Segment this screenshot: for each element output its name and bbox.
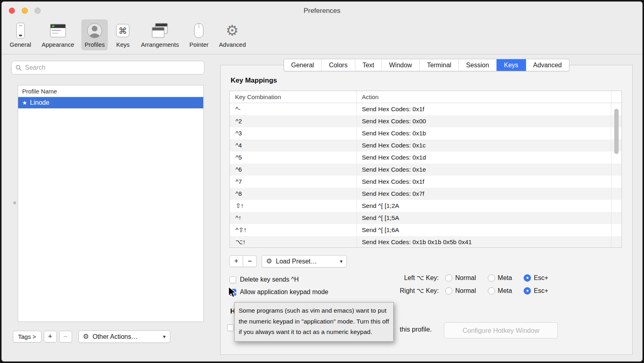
- tags-button[interactable]: Tags >: [13, 331, 41, 342]
- close-button[interactable]: [9, 8, 15, 14]
- key-combination-cell: ^4: [230, 142, 357, 149]
- add-key-mapping-button[interactable]: +: [229, 255, 243, 267]
- key-mapping-row[interactable]: ^4Send Hex Codes: 0x1c: [230, 139, 621, 151]
- toolbar-item-appearance[interactable]: Appearance: [38, 19, 77, 50]
- key-mapping-row[interactable]: ^8Send Hex Codes: 0x7f: [230, 188, 621, 200]
- profile-list: Profile Name ★ Linode: [18, 85, 204, 322]
- toolbar-item-label: Profiles: [85, 41, 105, 48]
- action-column-header: Action: [357, 91, 621, 103]
- load-preset-label: Load Preset…: [276, 258, 317, 265]
- radio-choice-label: Esc+: [534, 274, 548, 282]
- radio-choice-label: Normal: [455, 274, 476, 282]
- tab-general[interactable]: General: [284, 59, 322, 71]
- key-combination-cell: ^8: [230, 190, 357, 197]
- key-combination-cell: ⌥↑: [230, 239, 357, 246]
- action-cell: Send Hex Codes: 0x1c: [357, 139, 621, 151]
- key-mapping-row[interactable]: ^2Send Hex Codes: 0x00: [230, 115, 621, 127]
- search-field[interactable]: [11, 61, 204, 75]
- key-mappings-body: ^-Send Hex Codes: 0x1f^2Send Hex Codes: …: [230, 103, 621, 247]
- svg-text:⚙: ⚙: [226, 22, 239, 39]
- profile-row-linode[interactable]: ★ Linode: [18, 97, 203, 108]
- toolbar-separator: [2, 54, 642, 54]
- action-cell: Send Hex Codes: 0x1d: [357, 151, 621, 164]
- toolbar-item-general[interactable]: General: [6, 19, 34, 50]
- tab-session[interactable]: Session: [459, 59, 497, 71]
- left-option-key-radio-normal[interactable]: Normal: [445, 274, 476, 282]
- radio-unselected-icon[interactable]: [445, 287, 452, 295]
- tab-terminal[interactable]: Terminal: [420, 59, 459, 71]
- key-mapping-row[interactable]: ^↑Send ^[ [1;5A: [230, 212, 621, 224]
- appearance-icon: [49, 21, 67, 40]
- key-mappings-heading: Key Mappings: [231, 77, 277, 85]
- delete-key-sends-checkbox-row[interactable]: Delete key sends ^H: [229, 275, 328, 284]
- radio-unselected-icon[interactable]: [488, 287, 495, 295]
- key-mapping-row[interactable]: ⌥↑Send Hex Codes: 0x1b 0x1b 0x5b 0x41: [230, 236, 621, 247]
- profile-list-controls: Tags > + − ⚙ Other Actions… ▾: [13, 330, 170, 343]
- key-mapping-row[interactable]: ^5Send Hex Codes: 0x1d: [230, 151, 621, 164]
- tab-keys[interactable]: Keys: [497, 59, 526, 71]
- radio-unselected-icon[interactable]: [445, 274, 452, 282]
- key-mapping-row[interactable]: ^-Send Hex Codes: 0x1f: [230, 103, 621, 115]
- right-option-key-label: Right ⌥ Key:: [386, 287, 439, 295]
- toolbar-item-label: Arrangements: [141, 41, 179, 48]
- profile-tab-bar: GeneralColorsTextWindowTerminalSessionKe…: [283, 59, 570, 71]
- toolbar-item-profiles[interactable]: Profiles: [81, 19, 108, 50]
- keypad-mode-tooltip: Some programs (such as vim and emacs) wa…: [234, 302, 394, 342]
- pane-splitter-handle[interactable]: [13, 201, 16, 204]
- tab-colors[interactable]: Colors: [322, 59, 355, 71]
- tab-text[interactable]: Text: [355, 59, 382, 71]
- key-mapping-row[interactable]: ⇧↑Send ^[ [1;2A: [230, 200, 621, 212]
- remove-profile-button[interactable]: −: [59, 331, 72, 342]
- toolbar-item-advanced[interactable]: ⚙Advanced: [216, 19, 249, 50]
- key-options: Delete key sends ^H ✓ Allow application …: [229, 275, 328, 297]
- right-option-key-radio-escplus[interactable]: Esc+: [524, 287, 548, 295]
- action-cell: Send Hex Codes: 0x1b 0x1b 0x5b 0x41: [357, 236, 621, 247]
- table-scrollbar-track[interactable]: [611, 91, 621, 247]
- toolbar-item-label: Appearance: [41, 41, 74, 48]
- add-profile-button[interactable]: +: [44, 331, 57, 342]
- left-option-key-row: Left ⌥ Key:NormalMetaEsc+: [386, 273, 560, 283]
- key-combination-cell: ^-: [230, 106, 357, 113]
- hotkey-checkbox-partial[interactable]: [227, 324, 234, 331]
- minimize-button[interactable]: [22, 8, 28, 14]
- tab-window[interactable]: Window: [382, 59, 420, 71]
- remove-key-mapping-button[interactable]: −: [243, 255, 257, 267]
- checkbox-unchecked-icon[interactable]: [227, 324, 234, 331]
- application-keypad-checkbox-row[interactable]: ✓ Allow application keypad mode: [229, 288, 328, 297]
- other-actions-dropdown[interactable]: ⚙ Other Actions… ▾: [78, 330, 170, 343]
- radio-choice-label: Esc+: [534, 287, 548, 295]
- key-mapping-row[interactable]: ^6Send Hex Codes: 0x1e: [230, 164, 621, 176]
- key-combination-cell: ^5: [230, 154, 357, 161]
- checkbox-unchecked-icon[interactable]: [229, 276, 236, 283]
- zoom-button[interactable]: [35, 8, 41, 14]
- left-option-key-radio-meta[interactable]: Meta: [488, 274, 512, 282]
- key-mapping-row[interactable]: ^⇧↑Send ^[ [1;6A: [230, 224, 621, 236]
- toolbar-item-keys[interactable]: ⌘Keys: [112, 19, 134, 50]
- key-combination-cell: ⇧↑: [230, 202, 357, 210]
- gear-icon: ⚙: [266, 258, 272, 265]
- key-mapping-row[interactable]: ^7Send Hex Codes: 0x1f: [230, 176, 621, 188]
- radio-unselected-icon[interactable]: [488, 274, 495, 282]
- right-option-key-radio-meta[interactable]: Meta: [488, 287, 512, 295]
- option-key-radio-groups: Left ⌥ Key:NormalMetaEsc+ Right ⌥ Key:No…: [386, 273, 560, 296]
- radio-selected-icon[interactable]: [524, 287, 531, 295]
- tab-advanced[interactable]: Advanced: [526, 59, 569, 71]
- action-cell: Send Hex Codes: 0x1f: [357, 103, 621, 115]
- search-icon: [16, 65, 22, 71]
- key-combination-cell: ^7: [230, 178, 357, 185]
- table-scrollbar-thumb[interactable]: [614, 109, 619, 154]
- action-cell: Send Hex Codes: 0x1f: [357, 176, 621, 188]
- search-input[interactable]: [25, 64, 200, 71]
- radio-selected-icon[interactable]: [524, 274, 531, 282]
- key-mapping-row[interactable]: ^3Send Hex Codes: 0x1b: [230, 127, 621, 139]
- load-preset-dropdown[interactable]: ⚙ Load Preset… ▾: [262, 255, 347, 268]
- toolbar-item-pointer[interactable]: Pointer: [186, 19, 212, 50]
- left-option-key-radio-escplus[interactable]: Esc+: [524, 274, 548, 282]
- default-profile-star-icon: ★: [22, 97, 27, 108]
- toolbar-item-label: Advanced: [219, 41, 246, 48]
- preferences-toolbar: GeneralAppearanceProfiles⌘KeysArrangemen…: [6, 19, 249, 54]
- action-cell: Send ^[ [1;6A: [357, 224, 621, 236]
- configure-hotkey-window-button[interactable]: Configure Hotkey Window: [444, 322, 558, 338]
- toolbar-item-arrangements[interactable]: Arrangements: [138, 19, 182, 50]
- right-option-key-radio-normal[interactable]: Normal: [445, 287, 476, 295]
